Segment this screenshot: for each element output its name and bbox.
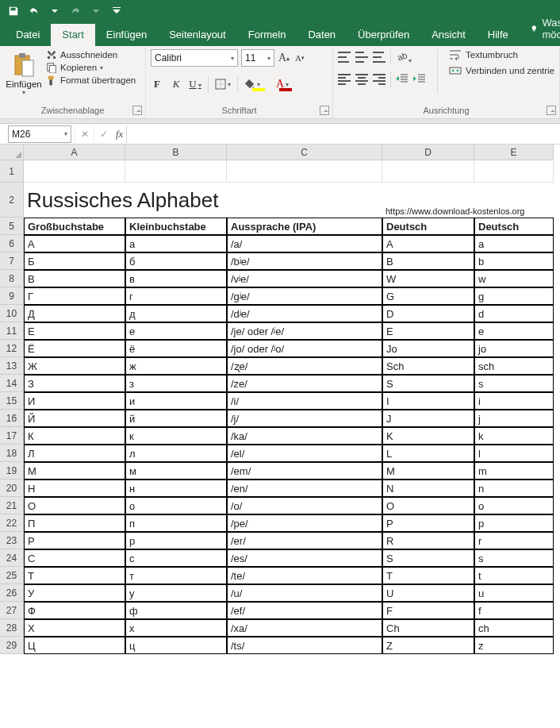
cell-A12[interactable]: Ё (24, 340, 125, 357)
row-header-12[interactable]: 12 (0, 340, 24, 357)
cell-A8[interactable]: В (24, 270, 125, 287)
cell-C12[interactable]: /jo/ oder /ʲo/ (227, 340, 382, 357)
col-header-A[interactable]: A (24, 144, 125, 160)
cell-A20[interactable]: Н (24, 480, 125, 497)
align-launcher[interactable] (547, 106, 556, 115)
row-header-10[interactable]: 10 (0, 305, 24, 322)
cell-url[interactable]: https://www.download-kostenlos.org (382, 183, 554, 218)
cell-E22[interactable]: p (474, 514, 554, 532)
merge-button[interactable]: Verbinden und zentrie (449, 65, 554, 76)
cell-B6[interactable]: а (125, 235, 227, 252)
row-header-6[interactable]: 6 (0, 235, 24, 252)
cell-E13[interactable]: sch (474, 357, 554, 375)
cell-A17[interactable]: К (24, 427, 125, 445)
cell-title[interactable]: Russisches Alphabet (24, 183, 382, 218)
row-header-21[interactable]: 21 (0, 497, 24, 514)
cell-D11[interactable]: E (382, 322, 474, 340)
cell-D17[interactable]: K (382, 427, 474, 445)
cell-B18[interactable]: л (125, 445, 227, 462)
tab-einfuegen[interactable]: Einfügen (95, 24, 158, 46)
row-header-15[interactable]: 15 (0, 392, 24, 410)
cell-A16[interactable]: Й (24, 410, 125, 427)
row-header-9[interactable]: 9 (0, 287, 24, 305)
clipboard-launcher[interactable] (132, 106, 142, 115)
row-header-28[interactable]: 28 (0, 619, 24, 637)
cell-B14[interactable]: з (125, 375, 227, 392)
cell-B29[interactable]: ц (125, 637, 227, 654)
cell-B1[interactable] (125, 160, 227, 183)
cell-E28[interactable]: ch (474, 619, 554, 637)
cell-D6[interactable]: A (382, 235, 474, 252)
cell-D25[interactable]: T (382, 567, 474, 584)
cell-B17[interactable]: к (125, 427, 227, 445)
cell-B25[interactable]: т (125, 567, 227, 584)
row-header-22[interactable]: 22 (0, 514, 24, 532)
enter-formula-icon[interactable]: ✓ (94, 125, 113, 143)
cell-D26[interactable]: U (382, 584, 474, 602)
cell-B28[interactable]: х (125, 619, 227, 637)
tab-hilfe[interactable]: Hilfe (477, 24, 520, 46)
format-painter-button[interactable]: Format übertragen (46, 75, 136, 86)
cell-E14[interactable]: s (474, 375, 554, 392)
borders-button[interactable]: ▾ (215, 79, 231, 90)
cell-D27[interactable]: F (382, 602, 474, 619)
align-middle-icon[interactable] (355, 52, 368, 63)
cell-C17[interactable]: /ka/ (227, 427, 382, 445)
cell-A25[interactable]: Т (24, 567, 125, 584)
bold-button[interactable]: F (151, 78, 163, 91)
underline-button[interactable]: U▾ (189, 78, 201, 91)
cell-A14[interactable]: З (24, 375, 125, 392)
cell-B20[interactable]: н (125, 480, 227, 497)
cell-D28[interactable]: Ch (382, 619, 474, 637)
cell-D24[interactable]: S (382, 549, 474, 567)
cell-B11[interactable]: е (125, 322, 227, 340)
cell-A27[interactable]: Ф (24, 602, 125, 619)
row-header-7[interactable]: 7 (0, 252, 24, 270)
row-header-18[interactable]: 18 (0, 445, 24, 462)
cell-A22[interactable]: П (24, 514, 125, 532)
tab-datei[interactable]: Datei (5, 24, 51, 46)
cell-C19[interactable]: /em/ (227, 462, 382, 480)
cell-B8[interactable]: в (125, 270, 227, 287)
cell-C24[interactable]: /es/ (227, 549, 382, 567)
cell-B7[interactable]: б (125, 252, 227, 270)
cell-A28[interactable]: Х (24, 619, 125, 637)
cell-D22[interactable]: P (382, 514, 474, 532)
cell-B19[interactable]: м (125, 462, 227, 480)
row-header-2[interactable]: 2 (0, 183, 24, 218)
select-all-corner[interactable] (0, 144, 24, 160)
cell-C25[interactable]: /te/ (227, 567, 382, 584)
cell-D16[interactable]: J (382, 410, 474, 427)
row-header-5[interactable]: 5 (0, 218, 24, 235)
qat-customize-icon[interactable] (108, 2, 125, 20)
cell-E1[interactable] (474, 160, 554, 183)
cell-E7[interactable]: b (474, 252, 554, 270)
spreadsheet-grid[interactable]: ABCDE12567891011121314151617181920212223… (0, 144, 560, 654)
cell-C23[interactable]: /er/ (227, 532, 382, 549)
cell-C11[interactable]: /je/ oder /ʲe/ (227, 322, 382, 340)
row-header-17[interactable]: 17 (0, 427, 24, 445)
row-header-20[interactable]: 20 (0, 480, 24, 497)
cell-B27[interactable]: ф (125, 602, 227, 619)
font-name-select[interactable]: Calibri▾ (151, 49, 238, 67)
cell-A13[interactable]: Ж (24, 357, 125, 375)
cell-E26[interactable]: u (474, 584, 554, 602)
cell-C20[interactable]: /en/ (227, 480, 382, 497)
cell-E5[interactable]: Deutsch (474, 218, 554, 235)
row-header-8[interactable]: 8 (0, 270, 24, 287)
cell-E24[interactable]: s (474, 549, 554, 567)
cell-C6[interactable]: /a/ (227, 235, 382, 252)
cell-A1[interactable] (24, 160, 125, 183)
name-box[interactable]: M26▾ (8, 125, 71, 143)
cell-D18[interactable]: L (382, 445, 474, 462)
cell-C27[interactable]: /ef/ (227, 602, 382, 619)
redo-dropdown-icon[interactable] (87, 2, 105, 20)
italic-button[interactable]: K (170, 78, 182, 91)
orientation-button[interactable]: ab▾ (396, 50, 412, 65)
cell-C18[interactable]: /el/ (227, 445, 382, 462)
cell-C21[interactable]: /o/ (227, 497, 382, 514)
col-header-E[interactable]: E (474, 144, 554, 160)
align-bottom-icon[interactable] (373, 52, 385, 63)
cell-A18[interactable]: Л (24, 445, 125, 462)
cell-C29[interactable]: /ts/ (227, 637, 382, 654)
